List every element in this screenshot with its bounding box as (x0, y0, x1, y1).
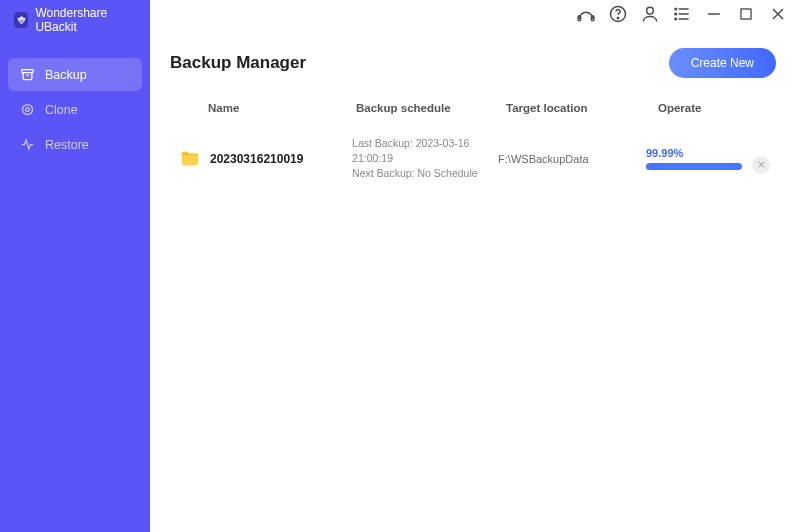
clone-icon (20, 102, 35, 117)
svg-point-1 (23, 105, 33, 115)
svg-point-6 (617, 18, 618, 19)
row-progress: 99.99% (646, 147, 742, 170)
main: Backup Manager Create New Name Backup sc… (150, 28, 800, 532)
svg-point-12 (675, 13, 677, 15)
brand-logo-icon (14, 12, 28, 28)
archive-icon (20, 67, 35, 82)
table-header: Name Backup schedule Target location Ope… (170, 96, 776, 124)
sidebar-item-restore[interactable]: Restore (8, 128, 142, 161)
sidebar-nav: Backup Clone Restore (0, 50, 150, 161)
svg-rect-15 (741, 9, 751, 19)
maximize-button[interactable] (736, 4, 756, 24)
table-row[interactable]: 20230316210019 Last Backup: 2023-03-16 2… (170, 124, 776, 194)
support-icon[interactable] (576, 4, 596, 24)
brand: Wondershare UBackit (0, 0, 150, 50)
create-new-button[interactable]: Create New (669, 48, 776, 78)
col-header-name: Name (208, 102, 356, 114)
sidebar-item-label: Restore (45, 138, 89, 152)
svg-point-2 (26, 108, 30, 112)
help-icon[interactable] (608, 4, 628, 24)
row-schedule-last: Last Backup: 2023-03-16 21:00:19 (352, 136, 498, 166)
sidebar-item-clone[interactable]: Clone (8, 93, 142, 126)
row-target: F:\WSBackupData (498, 153, 646, 165)
minimize-button[interactable] (704, 4, 724, 24)
menu-list-icon[interactable] (672, 4, 692, 24)
brand-name: Wondershare UBackit (35, 6, 140, 34)
row-name: 20230316210019 (210, 152, 352, 166)
sidebar-item-label: Clone (45, 103, 78, 117)
page-title: Backup Manager (170, 53, 306, 73)
progress-text: 99.99% (646, 147, 742, 159)
account-icon[interactable] (640, 4, 660, 24)
col-header-target: Target location (506, 102, 658, 114)
col-header-operate: Operate (658, 102, 738, 114)
sidebar-item-label: Backup (45, 68, 87, 82)
svg-point-7 (647, 7, 654, 14)
cancel-button[interactable] (752, 156, 770, 174)
svg-point-13 (675, 18, 677, 20)
close-icon (757, 160, 766, 169)
svg-point-11 (675, 8, 677, 10)
restore-icon (20, 137, 35, 152)
svg-rect-0 (22, 70, 33, 73)
folder-icon (176, 147, 204, 171)
row-schedule: Last Backup: 2023-03-16 21:00:19 Next Ba… (352, 136, 498, 182)
progress-bar (646, 163, 742, 170)
close-button[interactable] (768, 4, 788, 24)
col-header-schedule: Backup schedule (356, 102, 506, 114)
sidebar-item-backup[interactable]: Backup (8, 58, 142, 91)
titlebar (150, 0, 800, 28)
row-schedule-next: Next Backup: No Schedule (352, 166, 498, 181)
